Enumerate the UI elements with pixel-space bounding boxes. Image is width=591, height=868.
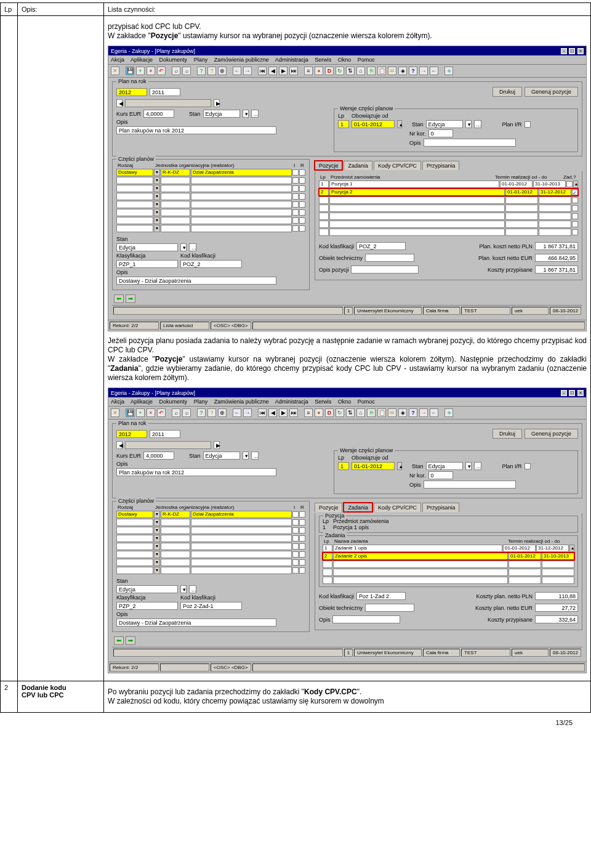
kurs-field[interactable]: 4,0000 <box>143 452 174 460</box>
zad-d2[interactable]: 31-12-2012 <box>536 545 569 552</box>
toolbar-icon[interactable]: ● <box>315 408 323 417</box>
jedn-code[interactable]: R-K-DZ <box>161 511 190 518</box>
opis4-field[interactable] <box>332 615 400 623</box>
dropdown-icon[interactable]: ▾ <box>243 110 249 118</box>
dropdown-icon[interactable]: ▾ <box>180 585 187 593</box>
scroll-left[interactable]: ◀ <box>116 441 123 449</box>
add-icon[interactable]: + <box>136 67 145 75</box>
minimize-icon[interactable]: - <box>561 390 567 396</box>
scroll-right[interactable]: ▶ <box>214 441 220 449</box>
tab-przyp[interactable]: Przypisania <box>422 161 460 170</box>
toolbar-icon[interactable]: ● <box>315 67 323 75</box>
back-icon[interactable]: ◀ <box>268 67 277 75</box>
toolbar-icon[interactable]: ⎘ <box>367 408 376 417</box>
i-checkbox[interactable] <box>292 169 299 176</box>
klas-field[interactable]: PZP_2 <box>116 602 178 610</box>
obt-field[interactable] <box>365 254 414 262</box>
opis3-field[interactable]: Dostawy - Dział Zaopatrzenia <box>116 277 276 285</box>
toolbar-icon[interactable]: ⌂ <box>356 67 365 75</box>
menu-item[interactable]: Zamówienia publiczne <box>214 399 269 405</box>
toolbar-icon[interactable]: ? <box>197 408 206 417</box>
poz-d2[interactable]: 31-10-2013 <box>533 180 566 188</box>
menu-item[interactable]: Akcja <box>111 57 124 63</box>
wersja-data[interactable]: 01-01-2012 <box>352 120 395 128</box>
menu-item[interactable]: Okno <box>338 399 352 405</box>
r-checkbox[interactable] <box>299 169 305 176</box>
toolbar-icon[interactable]: ✉ <box>388 67 396 75</box>
last-icon[interactable]: ⏭ <box>289 408 298 417</box>
toolbar-icon[interactable]: ✕ <box>111 67 119 75</box>
add-icon[interactable]: + <box>136 408 145 417</box>
zad-checkbox[interactable] <box>572 189 578 195</box>
toolbar-icon[interactable]: ⇅ <box>346 408 355 417</box>
poz-name[interactable]: Pozycja 1 <box>329 180 499 188</box>
tab-zadania[interactable]: Zadania <box>344 161 372 170</box>
opispoz-field[interactable] <box>351 266 419 274</box>
menu-item[interactable]: Aplikacje <box>131 399 153 405</box>
wersja-lp[interactable]: 1 <box>338 462 349 470</box>
save-icon[interactable]: 💾 <box>126 408 134 417</box>
dropdown-icon[interactable]: ▾ <box>465 120 472 128</box>
scroll-right[interactable]: ▶ <box>214 99 220 107</box>
nrkor-field[interactable]: 0 <box>428 129 453 137</box>
kurs-field[interactable]: 4,0000 <box>143 110 174 118</box>
year-field[interactable]: 2012 <box>116 88 147 96</box>
zad-lp[interactable]: 2 <box>323 553 332 560</box>
maximize-icon[interactable]: □ <box>569 48 575 54</box>
kodklas2-field[interactable]: POZ_2 <box>356 242 406 250</box>
kodklas-field[interactable]: Poz 2-Zad-1 <box>180 602 242 610</box>
poz-lp[interactable]: 1 <box>319 180 329 188</box>
tab-przyp[interactable]: Przypisania <box>422 503 460 512</box>
toolbar-icon[interactable]: ◈ <box>398 408 407 417</box>
forward-icon[interactable]: ▶ <box>279 67 287 75</box>
rodzaj-cell[interactable]: Dostawy <box>116 169 153 176</box>
menu-item[interactable]: Dokumenty <box>159 399 188 405</box>
toolbar-icon[interactable]: ← <box>430 408 438 417</box>
menu-item[interactable]: Administracja <box>275 57 308 63</box>
toolbar-icon[interactable]: → <box>419 67 428 75</box>
poz-name[interactable]: Pozycja 1 opis <box>333 524 574 530</box>
stan-field[interactable]: Edycja <box>203 110 240 118</box>
opis3-field[interactable]: Dostawy - Dział Zaopatrzenia <box>116 619 276 627</box>
query-icon[interactable]: ⌕ <box>182 408 191 417</box>
forward-icon[interactable]: ▶ <box>279 408 287 417</box>
poz-lp[interactable]: 1 <box>323 524 332 530</box>
menu-item[interactable]: Plany <box>194 399 208 405</box>
planir-checkbox[interactable] <box>525 463 531 469</box>
stan2-field[interactable]: Edycja <box>426 120 463 128</box>
toolbar-icon[interactable]: ✕ <box>111 408 119 417</box>
year2-field[interactable]: 2011 <box>150 430 180 438</box>
back-icon[interactable]: ◀ <box>268 408 277 417</box>
tab-pozycje[interactable]: Pozycje <box>315 503 343 512</box>
help-icon[interactable]: ? <box>409 408 417 417</box>
save-icon[interactable]: 💾 <box>126 67 134 75</box>
nav-prev-icon[interactable]: ⬅ <box>114 294 124 303</box>
toolbar-icon[interactable]: ⎘ <box>367 67 376 75</box>
toolbar-icon[interactable]: ≡ <box>304 67 313 75</box>
query-icon[interactable]: ⌕ <box>172 408 180 417</box>
kodklas-field[interactable]: POZ_2 <box>180 260 242 268</box>
exit-icon[interactable]: ⎆ <box>444 408 453 417</box>
toolbar-icon[interactable]: ↻ <box>336 408 344 417</box>
toolbar-icon[interactable]: D <box>325 408 334 417</box>
toolbar-icon[interactable]: ← <box>430 67 438 75</box>
poz-d2[interactable]: 31-12-2012 <box>539 189 571 196</box>
dropdown-icon[interactable]: ▾ <box>154 169 160 176</box>
zad-d1[interactable]: 01-01-2012 <box>503 545 536 552</box>
toolbar-icon[interactable]: ⌂ <box>356 408 365 417</box>
jedn-cell[interactable]: Dział Zaopatrzenia <box>191 511 292 518</box>
toolbar-icon[interactable]: ? <box>207 67 216 75</box>
toolbar-icon[interactable]: ? <box>197 67 206 75</box>
zad-name[interactable]: Zadanie 1 opis <box>333 545 502 552</box>
menu-item[interactable]: Serwis <box>315 399 331 405</box>
scroll-left[interactable]: ◀ <box>116 99 123 107</box>
tab-kody[interactable]: Kody CPV/CPC <box>374 161 421 170</box>
poz-lp[interactable]: 2 <box>319 189 329 196</box>
opis2-field[interactable] <box>424 481 516 489</box>
wersja-data[interactable]: 01-01-2012 <box>352 462 395 470</box>
tab-pozycje[interactable]: Pozycje <box>315 161 343 170</box>
jedn-cell[interactable]: Dział Zaopatrzenia <box>191 169 292 176</box>
toolbar-icon[interactable]: ⊗ <box>218 67 227 75</box>
poz-name[interactable]: Pozycja 2 <box>329 189 505 196</box>
menu-item[interactable]: Pomoc <box>358 399 375 405</box>
